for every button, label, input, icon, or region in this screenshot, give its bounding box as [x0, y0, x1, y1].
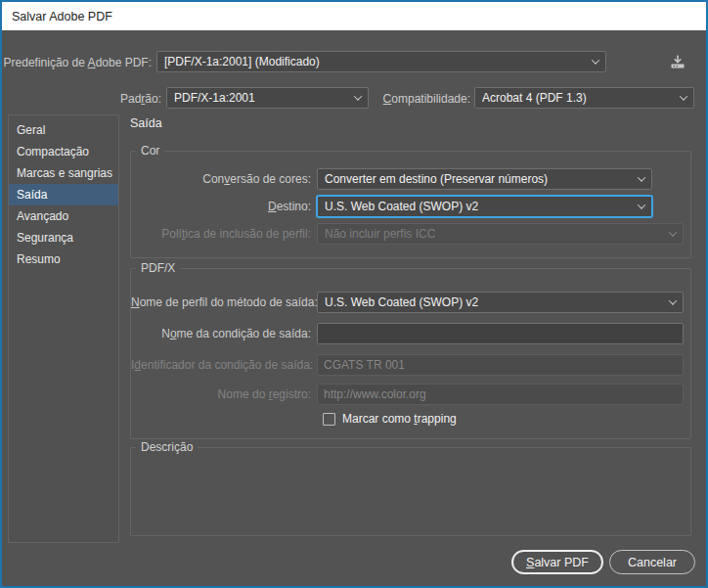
output-condition-name-row: Nome da condição de saída: [131, 323, 684, 344]
profile-policy-row: Política de inclusão de perfil: Não incl… [131, 223, 684, 245]
destination-select-value: U.S. Web Coated (SWOP) v2 [325, 200, 478, 213]
title-bar[interactable]: Salvar Adobe PDF [2, 2, 706, 30]
trapping-checkbox-label: Marcar como trapping [342, 412, 457, 426]
trapping-checkbox[interactable] [323, 413, 335, 426]
sidebar-item-avancado[interactable]: Avançado [9, 205, 118, 227]
description-content [131, 448, 690, 468]
settings-category-list: Geral Compactação Marcas e sangrias Saíd… [8, 114, 119, 543]
trapping-row[interactable]: Marcar como trapping [323, 408, 457, 430]
chevron-down-icon [638, 173, 645, 181]
destination-label: Destino: [131, 200, 317, 213]
output-condition-id-row: Identificador da condição de saída: [131, 354, 684, 376]
registry-name-row: Nome do registro: [131, 384, 684, 405]
registry-name-label: Nome do registro: [131, 387, 317, 401]
dialog-title: Salvar Adobe PDF [2, 10, 112, 23]
save-pdf-button[interactable]: Salvar PDF [511, 550, 603, 574]
sidebar-item-marcas-e-sangrias[interactable]: Marcas e sangrias [9, 162, 118, 184]
profile-policy-select: Não incluir perfis ICC [317, 223, 684, 245]
destination-row: Destino: U.S. Web Coated (SWOP) v2 [131, 196, 652, 217]
preset-select-value: [PDF/X-1a:2001] (Modificado) [164, 55, 320, 68]
destination-select[interactable]: U.S. Web Coated (SWOP) v2 [317, 196, 652, 217]
compatibility-select[interactable]: Acrobat 4 (PDF 1.3) [474, 87, 694, 109]
standard-select[interactable]: PDF/X-1a:2001 [166, 87, 369, 109]
preset-label: Predefinição de Adobe PDF: [4, 56, 152, 69]
color-group: Cor Conversão de cores: Converter em des… [130, 151, 691, 258]
compatibility-select-value: Acrobat 4 (PDF 1.3) [482, 91, 587, 105]
sidebar-item-resumo[interactable]: Resumo [9, 249, 118, 270]
sidebar-item-geral[interactable]: Geral [9, 119, 118, 141]
color-group-legend: Cor [136, 144, 164, 158]
profile-policy-select-value: Não incluir perfis ICC [325, 227, 435, 241]
panel-title: Saída [130, 116, 162, 130]
save-adobe-pdf-dialog: Salvar Adobe PDF Predefinição de Adobe P… [0, 0, 708, 588]
pdfx-group: PDF/X Nome de perfil do método de saída:… [130, 268, 691, 439]
pdfx-group-legend: PDF/X [136, 261, 180, 276]
compatibility-label: Compatibilidade: [383, 92, 470, 106]
sidebar-item-saida[interactable]: Saída [9, 184, 118, 205]
output-panel: Saída Cor Conversão de cores: Converter … [127, 114, 696, 545]
output-condition-name-label: Nome da condição de saída: [131, 327, 317, 340]
standard-select-value: PDF/X-1a:2001 [174, 91, 255, 105]
profile-policy-label: Política de inclusão de perfil: [131, 227, 317, 241]
chevron-down-icon [354, 92, 362, 100]
output-condition-name-input[interactable] [317, 323, 684, 344]
download-preset-button[interactable] [659, 51, 696, 72]
sidebar-item-compactacao[interactable]: Compactação [9, 141, 118, 162]
output-condition-id-label: Identificador da condição de saída: [131, 358, 317, 372]
output-condition-id-input [317, 354, 684, 376]
chevron-down-icon [669, 228, 677, 236]
output-intent-row: Nome de perfil do método de saída: U.S. … [131, 292, 684, 313]
description-group-legend: Descrição [136, 440, 198, 455]
registry-name-input [317, 384, 684, 405]
output-intent-label: Nome de perfil do método de saída: [131, 295, 317, 309]
chevron-down-icon [638, 201, 645, 208]
chevron-down-icon [592, 56, 599, 64]
color-conversion-row: Conversão de cores: Converter em destino… [131, 168, 652, 190]
preset-select[interactable]: [PDF/X-1a:2001] (Modificado) [156, 51, 606, 72]
color-conversion-select-value: Converter em destino (Preservar números) [325, 172, 548, 186]
sidebar-item-seguranca[interactable]: Segurança [9, 227, 118, 249]
chevron-down-icon [669, 296, 677, 304]
output-intent-select[interactable]: U.S. Web Coated (SWOP) v2 [317, 292, 684, 313]
color-conversion-label: Conversão de cores: [131, 172, 317, 186]
cancel-button[interactable]: Cancelar [609, 550, 695, 574]
output-intent-select-value: U.S. Web Coated (SWOP) v2 [325, 295, 478, 309]
description-group: Descrição [130, 447, 691, 536]
standard-label: Padrão: [120, 92, 161, 106]
color-conversion-select[interactable]: Converter em destino (Preservar números) [317, 168, 652, 190]
download-icon [668, 54, 687, 69]
chevron-down-icon [680, 92, 687, 100]
